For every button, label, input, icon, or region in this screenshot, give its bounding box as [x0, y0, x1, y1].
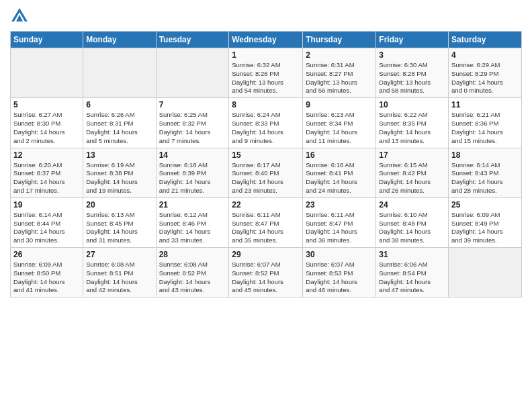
day-info: Sunrise: 6:30 AMSunset: 8:28 PMDaylight:…	[379, 61, 445, 95]
col-monday: Monday	[83, 32, 156, 48]
col-thursday: Thursday	[303, 32, 376, 48]
day-info: Sunrise: 6:26 AMSunset: 8:31 PMDaylight:…	[86, 111, 152, 145]
col-friday: Friday	[376, 32, 449, 48]
calendar-cell: 4Sunrise: 6:29 AMSunset: 8:29 PMDaylight…	[449, 48, 522, 98]
calendar-cell	[83, 48, 156, 98]
calendar-cell: 31Sunrise: 6:06 AMSunset: 8:54 PMDayligh…	[376, 248, 449, 298]
day-info: Sunrise: 6:24 AMSunset: 8:33 PMDaylight:…	[232, 111, 300, 145]
day-number: 13	[86, 150, 152, 160]
day-number: 10	[379, 100, 445, 109]
day-info: Sunrise: 6:13 AMSunset: 8:45 PMDaylight:…	[86, 211, 152, 245]
calendar-cell: 12Sunrise: 6:20 AMSunset: 8:37 PMDayligh…	[11, 148, 83, 197]
day-info: Sunrise: 6:15 AMSunset: 8:42 PMDaylight:…	[379, 161, 445, 195]
day-number: 11	[451, 100, 519, 109]
day-number: 14	[159, 150, 226, 160]
day-info: Sunrise: 6:31 AMSunset: 8:27 PMDaylight:…	[306, 61, 373, 95]
day-number: 12	[13, 150, 80, 160]
calendar-cell: 29Sunrise: 6:07 AMSunset: 8:52 PMDayligh…	[229, 248, 303, 298]
day-info: Sunrise: 6:29 AMSunset: 8:29 PMDaylight:…	[451, 61, 519, 95]
calendar-header-row: Sunday Monday Tuesday Wednesday Thursday…	[11, 32, 522, 48]
day-number: 8	[232, 100, 300, 109]
calendar-cell: 27Sunrise: 6:08 AMSunset: 8:51 PMDayligh…	[83, 248, 156, 298]
day-number: 3	[379, 50, 445, 60]
day-number: 9	[306, 100, 373, 109]
day-number: 2	[306, 50, 373, 60]
page: Sunday Monday Tuesday Wednesday Thursday…	[0, 0, 532, 411]
calendar-cell	[156, 48, 229, 98]
col-wednesday: Wednesday	[229, 32, 303, 48]
day-number: 22	[232, 200, 300, 210]
day-info: Sunrise: 6:21 AMSunset: 8:36 PMDaylight:…	[451, 111, 519, 145]
day-info: Sunrise: 6:08 AMSunset: 8:51 PMDaylight:…	[86, 261, 152, 295]
day-info: Sunrise: 6:09 AMSunset: 8:50 PMDaylight:…	[13, 261, 80, 295]
calendar-cell: 22Sunrise: 6:11 AMSunset: 8:47 PMDayligh…	[229, 197, 303, 247]
calendar-cell	[11, 48, 83, 98]
day-info: Sunrise: 6:17 AMSunset: 8:40 PMDaylight:…	[232, 161, 300, 195]
calendar-cell: 10Sunrise: 6:22 AMSunset: 8:35 PMDayligh…	[376, 98, 449, 148]
calendar-week-row: 1Sunrise: 6:32 AMSunset: 8:26 PMDaylight…	[11, 48, 522, 98]
calendar-cell: 16Sunrise: 6:16 AMSunset: 8:41 PMDayligh…	[303, 148, 376, 197]
calendar-cell: 6Sunrise: 6:26 AMSunset: 8:31 PMDaylight…	[83, 98, 156, 148]
calendar-cell: 8Sunrise: 6:24 AMSunset: 8:33 PMDaylight…	[229, 98, 303, 148]
day-number: 29	[232, 250, 300, 259]
day-info: Sunrise: 6:18 AMSunset: 8:39 PMDaylight:…	[159, 161, 226, 195]
calendar-week-row: 12Sunrise: 6:20 AMSunset: 8:37 PMDayligh…	[11, 148, 522, 197]
day-number: 23	[306, 200, 373, 210]
calendar-week-row: 5Sunrise: 6:27 AMSunset: 8:30 PMDaylight…	[11, 98, 522, 148]
logo	[10, 7, 32, 26]
calendar-cell: 30Sunrise: 6:07 AMSunset: 8:53 PMDayligh…	[303, 248, 376, 298]
day-info: Sunrise: 6:22 AMSunset: 8:35 PMDaylight:…	[379, 111, 445, 145]
calendar-cell: 7Sunrise: 6:25 AMSunset: 8:32 PMDaylight…	[156, 98, 229, 148]
day-info: Sunrise: 6:16 AMSunset: 8:41 PMDaylight:…	[306, 161, 373, 195]
calendar-cell: 13Sunrise: 6:19 AMSunset: 8:38 PMDayligh…	[83, 148, 156, 197]
calendar-cell: 18Sunrise: 6:14 AMSunset: 8:43 PMDayligh…	[449, 148, 522, 197]
day-number: 15	[232, 150, 300, 160]
calendar-cell: 17Sunrise: 6:15 AMSunset: 8:42 PMDayligh…	[376, 148, 449, 197]
calendar-cell: 15Sunrise: 6:17 AMSunset: 8:40 PMDayligh…	[229, 148, 303, 197]
day-number: 1	[232, 50, 300, 60]
calendar-cell: 5Sunrise: 6:27 AMSunset: 8:30 PMDaylight…	[11, 98, 83, 148]
day-number: 4	[451, 50, 519, 60]
day-info: Sunrise: 6:07 AMSunset: 8:53 PMDaylight:…	[306, 261, 373, 295]
calendar-cell: 20Sunrise: 6:13 AMSunset: 8:45 PMDayligh…	[83, 197, 156, 247]
day-number: 31	[379, 250, 445, 259]
day-info: Sunrise: 6:08 AMSunset: 8:52 PMDaylight:…	[159, 261, 226, 295]
day-info: Sunrise: 6:20 AMSunset: 8:37 PMDaylight:…	[13, 161, 80, 195]
day-number: 28	[159, 250, 226, 259]
calendar-cell: 1Sunrise: 6:32 AMSunset: 8:26 PMDaylight…	[229, 48, 303, 98]
header	[10, 7, 522, 26]
day-number: 20	[86, 200, 152, 210]
day-number: 17	[379, 150, 445, 160]
day-number: 7	[159, 100, 226, 109]
calendar-week-row: 19Sunrise: 6:14 AMSunset: 8:44 PMDayligh…	[11, 197, 522, 247]
calendar-cell: 26Sunrise: 6:09 AMSunset: 8:50 PMDayligh…	[11, 248, 83, 298]
day-info: Sunrise: 6:07 AMSunset: 8:52 PMDaylight:…	[232, 261, 300, 295]
logo-icon	[10, 7, 29, 26]
day-info: Sunrise: 6:25 AMSunset: 8:32 PMDaylight:…	[159, 111, 226, 145]
day-number: 5	[13, 100, 80, 109]
day-number: 16	[306, 150, 373, 160]
day-number: 26	[13, 250, 80, 259]
day-info: Sunrise: 6:27 AMSunset: 8:30 PMDaylight:…	[13, 111, 80, 145]
day-info: Sunrise: 6:10 AMSunset: 8:48 PMDaylight:…	[379, 211, 445, 245]
calendar-cell: 19Sunrise: 6:14 AMSunset: 8:44 PMDayligh…	[11, 197, 83, 247]
day-number: 19	[13, 200, 80, 210]
calendar-cell: 28Sunrise: 6:08 AMSunset: 8:52 PMDayligh…	[156, 248, 229, 298]
day-info: Sunrise: 6:32 AMSunset: 8:26 PMDaylight:…	[232, 61, 300, 95]
col-sunday: Sunday	[11, 32, 83, 48]
day-info: Sunrise: 6:19 AMSunset: 8:38 PMDaylight:…	[86, 161, 152, 195]
day-info: Sunrise: 6:09 AMSunset: 8:49 PMDaylight:…	[451, 211, 519, 245]
day-info: Sunrise: 6:11 AMSunset: 8:47 PMDaylight:…	[232, 211, 300, 245]
day-info: Sunrise: 6:23 AMSunset: 8:34 PMDaylight:…	[306, 111, 373, 145]
calendar-cell: 2Sunrise: 6:31 AMSunset: 8:27 PMDaylight…	[303, 48, 376, 98]
day-info: Sunrise: 6:14 AMSunset: 8:43 PMDaylight:…	[451, 161, 519, 195]
calendar-cell: 21Sunrise: 6:12 AMSunset: 8:46 PMDayligh…	[156, 197, 229, 247]
calendar-cell: 11Sunrise: 6:21 AMSunset: 8:36 PMDayligh…	[449, 98, 522, 148]
day-info: Sunrise: 6:06 AMSunset: 8:54 PMDaylight:…	[379, 261, 445, 295]
day-number: 18	[451, 150, 519, 160]
calendar-cell	[449, 248, 522, 298]
day-number: 6	[86, 100, 152, 109]
calendar-cell: 14Sunrise: 6:18 AMSunset: 8:39 PMDayligh…	[156, 148, 229, 197]
calendar-cell: 3Sunrise: 6:30 AMSunset: 8:28 PMDaylight…	[376, 48, 449, 98]
col-tuesday: Tuesday	[156, 32, 229, 48]
